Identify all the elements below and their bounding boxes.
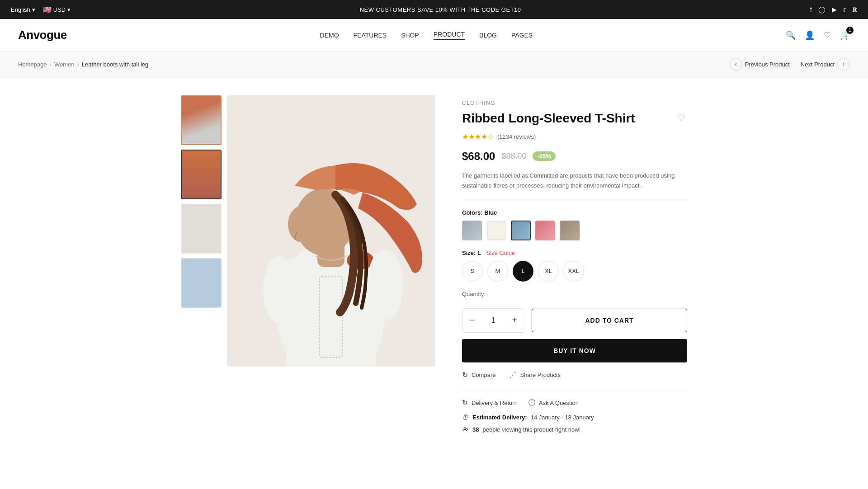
ask-question-link[interactable]: ⓘ Ask A Question [528,399,579,407]
nav-demo[interactable]: DEMO [320,32,339,39]
logo[interactable]: Anvogue [18,28,67,42]
info-links-row: ↻ Delivery & Return ⓘ Ask A Question [462,399,687,407]
prev-product-btn[interactable]: ‹ Previous Product [730,58,790,71]
color-option-section: Colors: Blue Blue [462,209,687,240]
thumbnail-2[interactable] [181,150,222,199]
color-swatch-pink[interactable] [535,221,555,240]
search-icon[interactable]: 🔍 [786,30,796,40]
instagram-icon[interactable]: ◯ [818,6,826,13]
size-btn-l[interactable]: L [513,261,533,282]
size-guide-link[interactable]: Size Guide [486,249,515,256]
share-label: Share Products [520,371,561,378]
size-option-section: Size: L Size Guide S M L XL XXL [462,249,687,282]
color-swatch-blue[interactable]: Blue [511,221,531,240]
quantity-label: Quantity: [462,291,687,297]
ask-question-label: Ask A Question [539,400,579,406]
size-btn-xl[interactable]: XL [538,261,559,282]
currency-selector[interactable]: 🇺🇸 USD ▾ [42,5,71,14]
social-icons: f ◯ ▶ 𝕣 𝐑 [810,6,857,14]
flag-icon: 🇺🇸 [42,5,52,14]
selected-size-text: L [477,249,481,256]
qty-plus-button[interactable]: + [505,309,524,332]
nav-features[interactable]: FEATURES [354,32,387,39]
main-nav: DEMO FEATURES SHOP PRODUCT BLOG PAGES [320,31,533,40]
quantity-control: − 1 + [462,308,524,333]
twitter-icon[interactable]: 𝕣 [843,6,846,13]
breadcrumb: Homepage › Women › Leather boots with ta… [18,61,148,68]
star-rating: ★★★★☆ [462,132,494,141]
product-info: CLOTHING Ribbed Long-Sleeved T-Shirt ♡ ★… [462,95,687,433]
youtube-icon[interactable]: ▶ [832,6,837,13]
language-label: English [11,6,30,13]
top-bar: English ▾ 🇺🇸 USD ▾ NEW CUSTOMERS SAVE 10… [0,0,868,19]
delivery-label: Estimated Delivery: [472,414,527,421]
price-row: $68.00 $98.00 -25% [462,150,687,163]
nav-pages[interactable]: PAGES [511,32,533,39]
question-icon: ⓘ [528,399,535,407]
product-title-row: Ribbed Long-Sleeved T-Shirt ♡ [462,111,687,126]
divider-1 [462,390,687,390]
color-label: Colors: Blue [462,209,687,216]
color-swatch-white[interactable] [486,221,506,240]
chevron-down-icon: ▾ [32,6,35,13]
size-btn-xxl[interactable]: XXL [563,261,584,282]
thumbnail-4[interactable] [181,258,222,308]
product-gallery [181,95,435,433]
delivery-return-link[interactable]: ↻ Delivery & Return [462,399,518,407]
main-content: CLOTHING Ribbed Long-Sleeved T-Shirt ♡ ★… [163,77,705,461]
promo-banner: NEW CUSTOMERS SAVE 10% WITH THE CODE GET… [71,6,810,13]
prev-product-label: Previous Product [745,61,790,68]
qty-minus-button[interactable]: − [462,309,481,332]
delivery-return-label: Delivery & Return [472,400,518,406]
quantity-value: 1 [481,309,505,332]
main-product-image [227,95,435,367]
action-row: ↻ Compare ⋰ Share Products [462,371,687,379]
color-swatch-taupe[interactable] [560,221,580,240]
top-bar-left: English ▾ 🇺🇸 USD ▾ [11,5,71,14]
viewers-count: 38 [472,426,479,433]
compare-button[interactable]: ↻ Compare [462,371,495,379]
facebook-icon[interactable]: f [810,6,812,13]
selected-color-text: Blue [484,209,497,216]
account-icon[interactable]: 👤 [805,30,815,40]
add-to-cart-button[interactable]: ADD TO CART [532,309,687,332]
chevron-down-icon: ▾ [67,6,71,13]
thumbnail-1[interactable] [181,95,222,145]
viewers-row: 👁 38 people viewing this product right n… [462,426,687,433]
nav-product[interactable]: PRODUCT [434,31,465,40]
language-selector[interactable]: English ▾ [11,6,35,13]
breadcrumb-homepage[interactable]: Homepage [18,61,47,68]
product-navigation: ‹ Previous Product Next Product › [730,58,850,71]
viewers-text: people viewing this product right now! [482,426,580,433]
size-btn-m[interactable]: M [487,261,508,282]
rating-row: ★★★★☆ (1234 reviews) [462,132,687,141]
wishlist-button[interactable]: ♡ [675,111,687,125]
compare-icon: ↻ [462,371,468,379]
nav-shop[interactable]: SHOP [401,32,419,39]
color-label-text: Colors: [462,209,483,216]
next-product-btn[interactable]: Next Product › [801,58,850,71]
size-buttons: S M L XL XXL [462,261,687,282]
price-current: $68.00 [462,150,495,163]
breadcrumb-women[interactable]: Women [54,61,75,68]
color-swatch-gray[interactable] [462,221,482,240]
qty-cart-row: − 1 + ADD TO CART [462,308,687,333]
nav-blog[interactable]: BLOG [479,32,497,39]
size-btn-s[interactable]: S [462,261,483,282]
cart-icon[interactable]: 🛒 1 [840,30,850,40]
clock-icon: ⏱ [462,414,469,421]
color-swatches: Blue [462,221,687,240]
size-label-text: Size: [462,249,476,256]
prev-product-circle: ‹ [730,58,742,71]
buy-now-button[interactable]: BUY IT NOW [462,339,687,362]
share-button[interactable]: ⋰ Share Products [509,371,561,379]
product-category: CLOTHING [462,100,687,106]
cart-count: 1 [846,27,854,34]
wishlist-icon[interactable]: ♡ [824,30,831,40]
thumbnail-3[interactable] [181,204,222,254]
header: Anvogue DEMO FEATURES SHOP PRODUCT BLOG … [0,19,868,52]
svg-point-12 [263,256,295,324]
product-title: Ribbed Long-Sleeved T-Shirt [462,111,635,126]
pinterest-icon[interactable]: 𝐑 [853,6,857,14]
discount-badge: -25% [533,151,555,161]
